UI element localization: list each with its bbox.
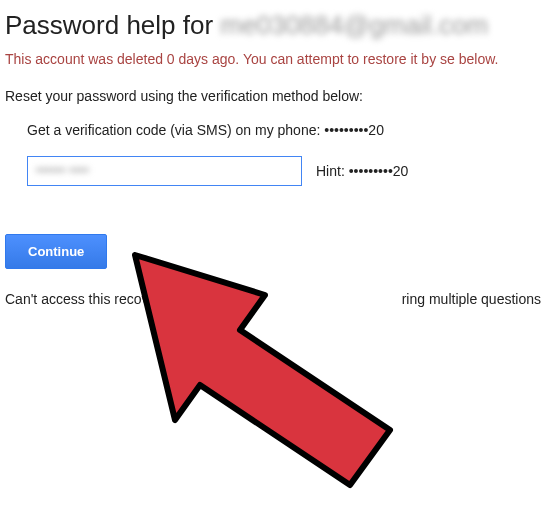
cant-access-left: Can't access this recove bbox=[5, 291, 156, 307]
hint-prefix: Hint: bbox=[316, 163, 349, 179]
title-prefix: Password help for bbox=[5, 10, 213, 40]
hint-value: •••••••••20 bbox=[349, 163, 409, 179]
input-row: •••••• •••• Hint: •••••••••20 bbox=[27, 156, 546, 186]
page-title: Password help for me030884@gmail.com bbox=[5, 10, 546, 41]
annotation-arrow-icon bbox=[120, 240, 450, 510]
continue-button[interactable]: Continue bbox=[5, 234, 107, 269]
verification-code-input[interactable]: •••••• •••• bbox=[27, 156, 302, 186]
cant-access-right: ring multiple questions bbox=[402, 291, 541, 307]
verification-label-text: Get a verification code (via SMS) on my … bbox=[27, 122, 324, 138]
cant-access-recovery-text: Can't access this recove ring multiple q… bbox=[5, 291, 546, 307]
account-email: me030884@gmail.com bbox=[220, 10, 488, 40]
verification-section: Get a verification code (via SMS) on my … bbox=[5, 122, 546, 186]
account-deleted-warning: This account was deleted 0 days ago. You… bbox=[5, 49, 546, 70]
verification-method-label: Get a verification code (via SMS) on my … bbox=[27, 122, 546, 138]
masked-phone: •••••••••20 bbox=[324, 122, 384, 138]
reset-instruction: Reset your password using the verificati… bbox=[5, 88, 546, 104]
hint-label: Hint: •••••••••20 bbox=[316, 163, 408, 179]
